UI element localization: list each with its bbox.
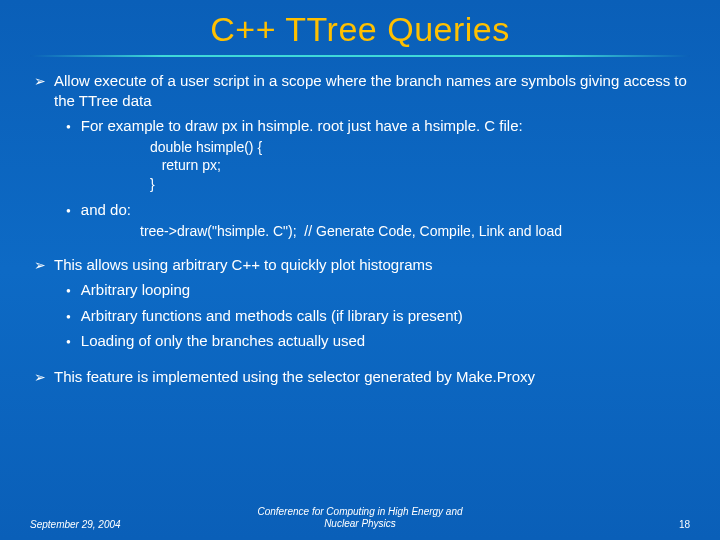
code-block-1: double hsimple() { return px; }: [30, 138, 690, 195]
bullet-2-sub-1-text: Arbitrary looping: [81, 280, 690, 300]
dot-icon: ●: [66, 206, 71, 220]
bullet-2-sub-2: ● Arbitrary functions and methods calls …: [30, 306, 690, 326]
arrow-icon: ➢: [34, 368, 46, 387]
title-divider: [30, 55, 690, 57]
bullet-3-text: This feature is implemented using the se…: [54, 367, 690, 387]
dot-icon: ●: [66, 312, 71, 326]
dot-icon: ●: [66, 337, 71, 351]
slide-title: C++ TTree Queries: [30, 10, 690, 49]
footer-page: 18: [570, 519, 690, 530]
footer: September 29, 2004 Conference for Comput…: [30, 506, 690, 530]
code-line: }: [150, 175, 690, 194]
bullet-2-sub-3-text: Loading of only the branches actually us…: [81, 331, 690, 351]
bullet-1-sub-1-text: For example to draw px in hsimple. root …: [81, 116, 690, 136]
arrow-icon: ➢: [34, 256, 46, 275]
footer-conference: Conference for Computing in High Energy …: [150, 506, 570, 530]
slide: C++ TTree Queries ➢ Allow execute of a u…: [0, 0, 720, 540]
bullet-2-text: This allows using arbitrary C++ to quick…: [54, 255, 690, 275]
bullet-3: ➢ This feature is implemented using the …: [30, 367, 690, 387]
code-line: return px;: [150, 156, 690, 175]
footer-conf-line: Nuclear Physics: [150, 518, 570, 530]
bullet-2-sub-2-text: Arbitrary functions and methods calls (i…: [81, 306, 690, 326]
bullet-2: ➢ This allows using arbitrary C++ to qui…: [30, 255, 690, 275]
arrow-icon: ➢: [34, 72, 46, 110]
footer-date: September 29, 2004: [30, 519, 150, 530]
dot-icon: ●: [66, 122, 71, 136]
code-line: double hsimple() {: [150, 138, 690, 157]
bullet-1: ➢ Allow execute of a user script in a sc…: [30, 71, 690, 110]
bullet-1-sub-2-text: and do:: [81, 200, 690, 220]
code-block-2: tree->draw("hsimple. C"); // Generate Co…: [30, 222, 690, 241]
dot-icon: ●: [66, 286, 71, 300]
bullet-1-sub-1: ● For example to draw px in hsimple. roo…: [30, 116, 690, 136]
bullet-2-sub-3: ● Loading of only the branches actually …: [30, 331, 690, 351]
footer-conf-line: Conference for Computing in High Energy …: [150, 506, 570, 518]
bullet-1-text: Allow execute of a user script in a scop…: [54, 71, 690, 110]
code-line: tree->draw("hsimple. C"); // Generate Co…: [140, 222, 690, 241]
slide-content: ➢ Allow execute of a user script in a sc…: [30, 71, 690, 386]
bullet-2-sub-1: ● Arbitrary looping: [30, 280, 690, 300]
bullet-1-sub-2: ● and do:: [30, 200, 690, 220]
